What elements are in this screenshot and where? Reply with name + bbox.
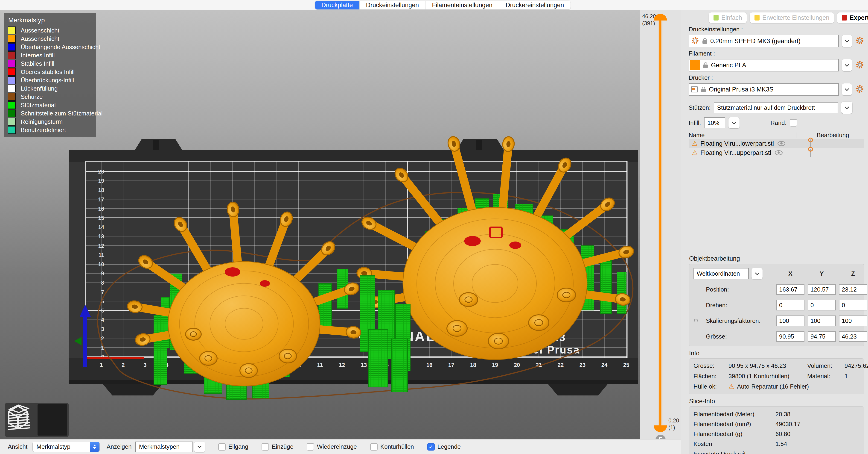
info-manifold-value[interactable]: Auto-Reparatur (16 Fehler) bbox=[737, 383, 809, 390]
svg-text:20: 20 bbox=[98, 169, 104, 175]
manip-input-y[interactable] bbox=[808, 284, 836, 295]
legend-item-label: Lückenfüllung bbox=[21, 85, 58, 92]
object-settings-button[interactable] bbox=[810, 149, 811, 157]
object-row[interactable]: ⚠Floating Viru...lowerpart.stl bbox=[689, 139, 864, 148]
manip-input-x[interactable] bbox=[776, 331, 804, 342]
legend-swatch bbox=[8, 60, 16, 67]
manip-input-y[interactable] bbox=[808, 300, 836, 310]
manipulation-panel: Weltkoordinaten X Y Z Position:mmDrehen:… bbox=[689, 264, 864, 346]
layer-slider: 46.20 (391) 0.20 (1) bbox=[640, 10, 681, 439]
print-settings-gear-button[interactable] bbox=[855, 36, 864, 46]
filament-color-swatch bbox=[690, 60, 700, 70]
filament-combo[interactable]: Generic PLA bbox=[689, 59, 839, 72]
mode-button-label: Experte bbox=[849, 14, 868, 22]
svg-text:17: 17 bbox=[98, 197, 104, 203]
info-size-label: Grösse: bbox=[693, 362, 726, 369]
tab-filamenteinstellungen[interactable]: Filamenteinstellungen bbox=[426, 1, 499, 9]
tab-druckereinstellungen[interactable]: Druckereinstellungen bbox=[499, 1, 570, 9]
legend-swatch bbox=[8, 76, 16, 84]
edit-settings-icon bbox=[810, 149, 811, 157]
legend-swatch bbox=[8, 110, 16, 117]
anzeigen-dropdown-button[interactable] bbox=[194, 442, 205, 452]
manip-input-x[interactable] bbox=[776, 284, 804, 295]
manip-row-label: Skalierungsfaktoren: bbox=[706, 317, 773, 324]
object-row[interactable]: ⚠Floating Vir...upperpart.stl bbox=[689, 148, 864, 158]
filament-dropdown-button[interactable] bbox=[842, 59, 852, 71]
viewport-3d[interactable]: 1234567891011121314151617181920212223242… bbox=[0, 10, 640, 439]
chevron-down-icon bbox=[845, 87, 849, 91]
legend-panel: Merkmalstyp AussenschichtAussenschichtÜb… bbox=[4, 13, 96, 137]
printer-value: Original Prusa i3 MK3S bbox=[709, 86, 774, 93]
object-list-empty-area[interactable] bbox=[689, 158, 864, 251]
layer-slider-track[interactable] bbox=[659, 20, 661, 425]
object-settings-button[interactable] bbox=[810, 140, 811, 147]
manip-input-x[interactable] bbox=[776, 315, 804, 326]
brim-label: Rand: bbox=[770, 119, 786, 126]
eye-icon[interactable] bbox=[777, 141, 785, 146]
tab-bar: DruckplatteDruckeinstellungenFilamentein… bbox=[315, 1, 570, 9]
layer-slider-bottom-handle[interactable] bbox=[654, 425, 667, 432]
manip-input-z[interactable] bbox=[839, 284, 867, 295]
slice-info-panel: Filamentbedarf (Meter)20.38Filamentbedar… bbox=[689, 406, 864, 454]
print-time-label: Erwartete Druckzeit : bbox=[693, 450, 860, 454]
checkbox-konturhüllen: Konturhüllen bbox=[370, 443, 414, 451]
infill-combo[interactable]: 10% bbox=[704, 117, 725, 129]
info-volume-value: 94275.62 bbox=[844, 362, 868, 369]
printer-combo[interactable]: Original Prusa i3 MK3S bbox=[689, 83, 839, 96]
infill-dropdown-button[interactable] bbox=[728, 117, 740, 129]
print-settings-dropdown-button[interactable] bbox=[842, 35, 852, 47]
manip-input-y[interactable] bbox=[808, 331, 836, 342]
view-layers-button[interactable] bbox=[37, 404, 67, 435]
object-name: Floating Vir...upperpart.stl bbox=[701, 149, 771, 157]
legend-item: Stabiles Infill bbox=[8, 59, 93, 68]
printer-dropdown-button[interactable] bbox=[842, 83, 852, 95]
printer-gear-button[interactable] bbox=[855, 84, 864, 94]
mode-button-einfach[interactable]: Einfach bbox=[709, 12, 747, 23]
filament-gear-button[interactable] bbox=[855, 60, 864, 70]
anzeigen-combo[interactable]: Merkmalstypen bbox=[135, 442, 193, 452]
column-name: Name bbox=[689, 132, 781, 139]
eilgang-checkbox[interactable] bbox=[218, 443, 226, 451]
eye-icon[interactable] bbox=[775, 150, 782, 155]
supports-dropdown-button[interactable] bbox=[841, 102, 852, 114]
manip-input-z[interactable] bbox=[839, 331, 867, 342]
ansicht-select[interactable]: Merkmalstyp bbox=[32, 442, 100, 452]
svg-text:3: 3 bbox=[144, 362, 147, 368]
konturhüllen-checkbox[interactable] bbox=[370, 443, 378, 451]
einzüge-checkbox[interactable] bbox=[261, 443, 269, 451]
mode-button-experte[interactable]: Experte bbox=[837, 12, 868, 23]
view-mode-buttons bbox=[5, 403, 69, 437]
manip-input-z[interactable] bbox=[839, 315, 867, 326]
checkbox-label: Wiedereinzüge bbox=[317, 443, 356, 450]
tab-druckplatte[interactable]: Druckplatte bbox=[315, 1, 360, 9]
wiedereinzüge-checkbox[interactable] bbox=[307, 443, 314, 451]
manip-input-y[interactable] bbox=[808, 315, 836, 326]
lock-icon bbox=[701, 89, 706, 92]
edit-settings-icon bbox=[810, 139, 811, 148]
coordinate-system-dropdown-button[interactable] bbox=[751, 268, 763, 279]
legend-item: Lückenfüllung bbox=[8, 84, 93, 93]
slice-row-value: 20.38 bbox=[775, 411, 860, 418]
legend-item-label: Aussenschicht bbox=[21, 35, 59, 42]
coordinate-system-select[interactable]: Weltkoordinaten bbox=[693, 268, 749, 279]
legend-swatch bbox=[8, 126, 16, 134]
coordinate-system-value: Weltkoordinaten bbox=[697, 270, 740, 277]
printer-icon bbox=[691, 86, 698, 92]
tab-druckeinstellungen[interactable]: Druckeinstellungen bbox=[360, 1, 426, 9]
svg-text:22: 22 bbox=[558, 362, 564, 368]
print-settings-combo[interactable]: 0.20mm SPEED MK3 (geändert) bbox=[689, 35, 839, 47]
legende-checkbox[interactable]: ✓ bbox=[427, 443, 435, 451]
mode-button-erweiterte[interactable]: Erweiterte Einstellungen bbox=[750, 12, 834, 23]
manip-input-x[interactable] bbox=[776, 300, 804, 310]
checkbox-label: Legende bbox=[437, 443, 461, 450]
chevron-down-icon bbox=[845, 62, 849, 66]
legend-item: Schürze bbox=[8, 93, 93, 101]
supports-value: Stützmaterial nur auf dem Druckbrett bbox=[717, 104, 815, 111]
manip-input-z[interactable] bbox=[839, 300, 867, 310]
svg-text:13: 13 bbox=[361, 362, 367, 368]
axis-header-z: Z bbox=[839, 270, 867, 277]
slice-row-label: Kosten bbox=[693, 441, 772, 448]
brim-checkbox[interactable] bbox=[790, 119, 797, 126]
sidebar: EinfachErweiterte EinstellungenExperte D… bbox=[681, 10, 868, 454]
supports-combo[interactable]: Stützmaterial nur auf dem Druckbrett bbox=[714, 102, 838, 113]
